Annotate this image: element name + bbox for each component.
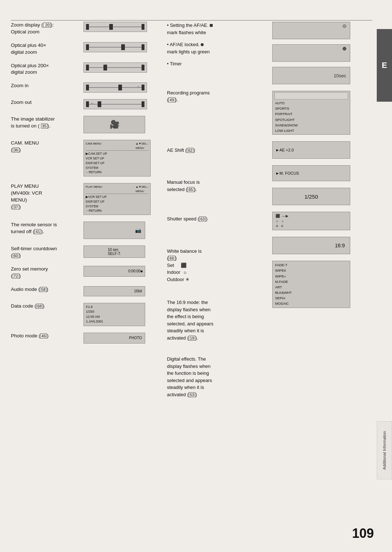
zoom-bar-1 [83, 22, 147, 32]
spacer-mfocus [167, 198, 269, 215]
row-play-menu: PLAY MENU(MV400i: VCRMENU)(37) PLAY MENU… [11, 183, 163, 215]
wb-indoor-row: ☼ ☼ [275, 219, 347, 223]
zoom-bar-2 [83, 42, 147, 52]
zero-mem-screen: 0:00:00■ [83, 266, 145, 277]
image-audio-mode: 16bit [83, 286, 163, 296]
row-zoom-display: Zoom display ( 20):Optical zoom [11, 22, 163, 36]
image-optical-200x [83, 62, 163, 73]
screen-ae-shift: ►AE +2.0 [272, 141, 350, 159]
image-zoom-display [83, 22, 163, 32]
row-audio-mode: Audio mode (58) 16bit [11, 286, 163, 296]
text-manual-focus: Manual focus isselected (65). [167, 179, 269, 193]
stabilizer-screen: 🎥 [83, 116, 145, 133]
cam-menu-screen: CAM.MENU ▲▼SEL.:MENU ▶CAM.SET UP VCR SET… [83, 140, 151, 176]
label-photo-mode: Photo mode (46) [11, 333, 83, 340]
row-zoom-in: Zoom in → [11, 82, 163, 93]
label-zoom-out: Zoom out [11, 99, 83, 106]
image-photo-mode: PHOTO [83, 333, 163, 344]
image-optical-40x [83, 42, 163, 52]
label-play-menu: PLAY MENU(MV400i: VCRMENU)(37) [11, 183, 83, 211]
digital-fx-list: FADE-T WIPEII WIPE= M.FADE ART BLK&WHT S… [274, 262, 348, 307]
remote-screen: 📷 [83, 222, 145, 239]
page-container: E Additional Information 109 Zoom displa… [0, 0, 392, 552]
row-cam-menu: CAM. MENU(36) CAM.MENU ▲▼SEL.:MENU ▶CAM.… [11, 140, 163, 176]
top-border [11, 20, 372, 21]
image-play-menu: PLAY MENU ▲▼SEL.:MENU ▶VCR SET UP DISP.S… [83, 183, 163, 215]
row-zero-memory: Zero set memory(72) 0:00:00■ [11, 266, 163, 280]
spacer-ae-shift [167, 159, 269, 179]
af-dot-green [343, 47, 346, 50]
text-white-balance: White balance is(66)Set ⬛Indoor ☼Outdoor… [167, 248, 269, 283]
text-wide-mode: The 16:9 mode: thedisplay flashes whenth… [167, 299, 269, 341]
screen-rec-programs: AUTO SPORTS PORTRAIT SPOTLIGHT SAND&SNOW… [272, 91, 350, 135]
label-remote-sensor: The remote sensor isturned off (41). [11, 222, 83, 235]
label-image-stabilizer: The image stabilizeris turned on ( 35). [11, 116, 83, 130]
image-zoom-out: ← [83, 99, 163, 109]
text-ae-shift: AE Shift (62) [167, 147, 269, 154]
screen-mfocus: ►M. FOCUS [272, 165, 350, 181]
row-optical-200x: Optical plus 200×digital zoom [11, 62, 163, 76]
rec-prog-list: AUTO SPORTS PORTRAIT SPOTLIGHT SAND&SNOW… [274, 100, 348, 133]
text-timer: • Timer [167, 60, 269, 68]
zoom-bar-3 [83, 62, 147, 73]
additional-info-label: Additional Information [377, 421, 392, 479]
screen-widescreen: 16:9 [272, 237, 350, 254]
row-zoom-out: Zoom out ← [11, 99, 163, 109]
image-cam-menu: CAM.MENU ▲▼SEL.:MENU ▶CAM.SET UP VCR SET… [83, 140, 163, 176]
wb-set-row: ⬛ —▶ [275, 214, 347, 218]
label-zero-memory: Zero set memory(72) [11, 266, 83, 280]
data-code-screen: F1.8 1/250 12:00 AM 1.JAN.2001 [83, 303, 145, 326]
audio-screen: 16bit [83, 286, 145, 296]
play-menu-screen: PLAY MENU ▲▼SEL.:MENU ▶VCR SET UP DISP.S… [83, 183, 151, 215]
label-cam-menu: CAM. MENU(36) [11, 140, 83, 154]
text-shutter-speed: Shutter speed (63) [167, 215, 269, 223]
wb-outdoor-row: ✳ ✳ [275, 224, 347, 228]
af-dot-white [343, 24, 346, 28]
text-recording-programs: Recording programs(49). [167, 89, 269, 104]
spacer-wide [167, 346, 269, 356]
self-timer-screen: 10 secSELF-T. [83, 245, 145, 258]
screen-white-balance: ⬛ —▶ ☼ ☼ ✳ ✳ [272, 212, 350, 230]
mid-column: • Setting the AF/AE. mark flashes white … [167, 22, 269, 403]
label-zoom-in: Zoom in [11, 82, 83, 89]
screen-digital-fx: FADE-T WIPEII WIPE= M.FADE ART BLK&WHT S… [272, 261, 350, 308]
label-self-timer: Self-timer countdown(60) [11, 245, 83, 259]
row-remote-sensor: The remote sensor isturned off (41). 📷 [11, 222, 163, 239]
label-optical-40x: Optical plus 40×digital zoom [11, 42, 83, 56]
side-label-e: E [377, 29, 392, 102]
photo-screen: PHOTO [83, 333, 145, 344]
label-audio-mode: Audio mode (58) [11, 286, 83, 293]
label-optical-200x: Optical plus 200×digital zoom [11, 62, 83, 76]
rec-prog-top-box [274, 92, 348, 100]
text-af-ae-setting: • Setting the AF/AE. mark flashes white [167, 22, 269, 36]
image-data-code: F1.8 1/250 12:00 AM 1.JAN.2001 [83, 303, 163, 326]
image-zoom-in: → [83, 82, 163, 93]
spacer-wb [167, 288, 269, 299]
screen-af-ae-flash [272, 22, 350, 39]
row-self-timer: Self-timer countdown(60) 10 secSELF-T. [11, 245, 163, 259]
screen-shutter: 1/250 [272, 188, 350, 205]
spacer-shutter [167, 228, 269, 248]
row-data-code: Data code (68) F1.8 1/250 12:00 AM 1.JAN… [11, 303, 163, 326]
right-column: 10sec AUTO SPORTS PORTRAIT SPOTLIGHT SAN… [272, 22, 367, 311]
left-column: Zoom display ( 20):Optical zoom Optical … [11, 22, 163, 350]
image-zero-memory: 0:00:00■ [83, 266, 163, 277]
label-data-code: Data code (68) [11, 303, 83, 310]
screen-af-ae-locked [272, 44, 350, 62]
image-remote-sensor: 📷 [83, 222, 163, 239]
row-optical-40x: Optical plus 40×digital zoom [11, 42, 163, 56]
row-photo-mode: Photo mode (46) PHOTO [11, 333, 163, 344]
zoom-bar-4: → [83, 82, 147, 93]
spacer-rec-programs [167, 109, 269, 147]
main-content: Zoom display ( 20):Optical zoom Optical … [11, 22, 372, 530]
text-digital-effects: Digital effects. Thedisplay flashes when… [167, 356, 269, 398]
zoom-bar-5: ← [83, 99, 147, 109]
image-self-timer: 10 secSELF-T. [83, 245, 163, 258]
text-af-ae-locked: • AF/AE locked. mark lights up green [167, 41, 269, 55]
row-image-stabilizer: The image stabilizeris turned on ( 35). … [11, 116, 163, 133]
screen-timer: 10sec [272, 67, 350, 84]
label-zoom-display: Zoom display ( 20):Optical zoom [11, 22, 83, 36]
image-stabilizer-display: 🎥 [83, 116, 163, 133]
